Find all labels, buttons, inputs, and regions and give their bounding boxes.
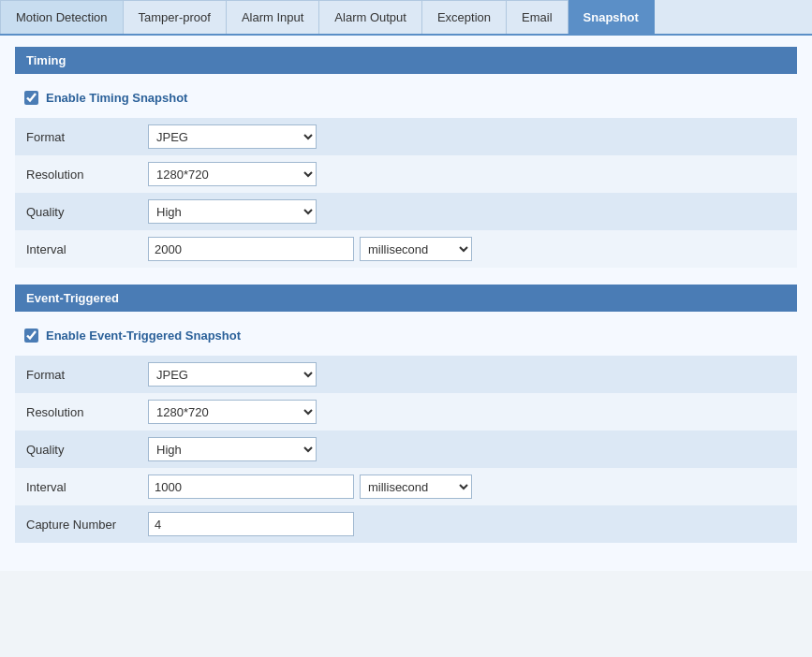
timing-resolution-row: Resolution 1280*720 640*480 [15, 155, 797, 193]
tab-snapshot[interactable]: Snapshot [568, 0, 655, 34]
event-format-row: Format JPEG [15, 356, 797, 393]
tab-motion-detection[interactable]: Motion Detection [0, 0, 124, 34]
tab-alarm-output[interactable]: Alarm Output [319, 0, 422, 34]
timing-resolution-select[interactable]: 1280*720 640*480 [148, 162, 317, 186]
tab-exception[interactable]: Exception [422, 0, 507, 34]
event-interval-input[interactable] [148, 474, 354, 499]
timing-format-label: Format [15, 118, 137, 155]
event-resolution-label: Resolution [15, 393, 137, 431]
tab-alarm-input[interactable]: Alarm Input [227, 0, 319, 34]
timing-resolution-label: Resolution [15, 155, 137, 193]
timing-section: Timing Enable Timing Snapshot Format JPE… [15, 47, 797, 268]
event-resolution-row: Resolution 1280*720 640*480 [15, 393, 797, 431]
event-quality-label: Quality [15, 431, 137, 468]
timing-quality-label: Quality [15, 193, 137, 230]
timing-enable-checkbox[interactable] [24, 91, 38, 105]
timing-interval-unit-select[interactable]: millisecond second [360, 237, 472, 261]
event-interval-cell: millisecond second [148, 474, 746, 499]
event-enable-checkbox[interactable] [24, 328, 38, 343]
timing-interval-input[interactable] [148, 237, 354, 261]
event-capture-number-label: Capture Number [15, 505, 137, 543]
timing-quality-row: Quality High Medium Low [15, 193, 797, 230]
event-triggered-header: Event-Triggered [15, 285, 797, 312]
timing-interval-row: Interval millisecond second [15, 230, 797, 268]
timing-quality-select[interactable]: High Medium Low [148, 199, 317, 224]
timing-enable-row: Enable Timing Snapshot [15, 83, 797, 112]
timing-format-select[interactable]: JPEG [148, 124, 317, 149]
tab-tamper-proof[interactable]: Tamper-proof [124, 0, 227, 34]
event-resolution-select[interactable]: 1280*720 640*480 [148, 400, 317, 424]
event-interval-row: Interval millisecond second [15, 468, 797, 505]
event-quality-row: Quality High Medium Low [15, 431, 797, 468]
event-format-label: Format [15, 356, 137, 393]
event-capture-number-input[interactable] [148, 512, 354, 536]
timing-interval-label: Interval [15, 230, 137, 268]
timing-interval-cell: millisecond second [148, 237, 746, 261]
timing-header: Timing [15, 47, 797, 74]
main-content: Timing Enable Timing Snapshot Format JPE… [0, 36, 812, 571]
event-quality-select[interactable]: High Medium Low [148, 437, 317, 461]
event-form-table: Format JPEG Resolution 1280*720 640*480 [15, 356, 797, 543]
event-interval-label: Interval [15, 468, 137, 505]
tab-bar: Motion Detection Tamper-proof Alarm Inpu… [0, 0, 812, 36]
event-enable-row: Enable Event-Triggered Snapshot [15, 321, 797, 350]
event-capture-number-row: Capture Number [15, 505, 797, 543]
event-format-select[interactable]: JPEG [148, 362, 317, 387]
timing-enable-label[interactable]: Enable Timing Snapshot [46, 91, 187, 105]
timing-form-table: Format JPEG Resolution 1280*720 640*480 [15, 118, 797, 268]
event-triggered-section: Event-Triggered Enable Event-Triggered S… [15, 285, 797, 543]
event-interval-unit-select[interactable]: millisecond second [360, 474, 472, 499]
timing-format-row: Format JPEG [15, 118, 797, 155]
event-enable-label[interactable]: Enable Event-Triggered Snapshot [46, 328, 241, 343]
tab-email[interactable]: Email [507, 0, 568, 34]
